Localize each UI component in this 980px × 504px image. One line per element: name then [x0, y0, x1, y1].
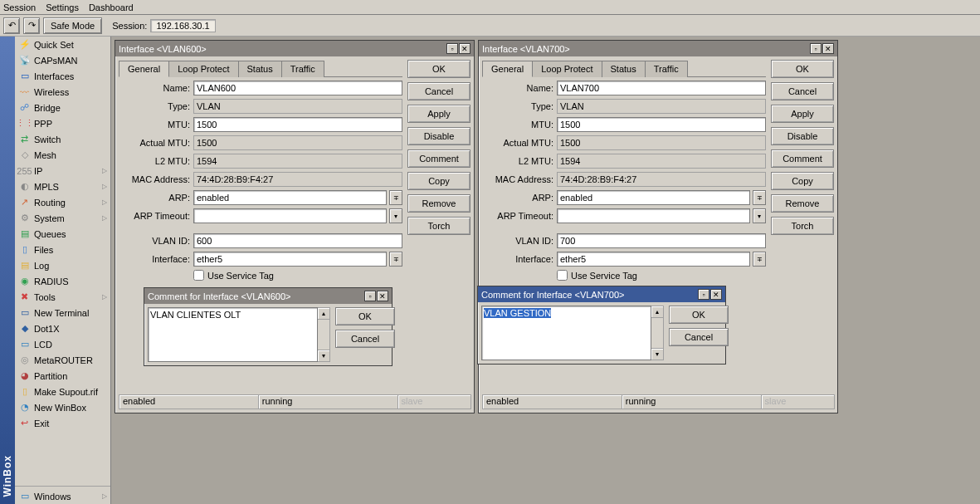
scrollbar[interactable]: ▴▾: [651, 306, 664, 360]
tab-loop-protect[interactable]: Loop Protect: [532, 61, 602, 77]
sidebar-item-new-winbox[interactable]: ◔New WinBox: [15, 399, 110, 415]
comment-button[interactable]: Comment: [407, 149, 470, 168]
comment-cancel-button[interactable]: Cancel: [669, 328, 729, 346]
titlebar-comment-vlan600[interactable]: Comment for Interface <VLAN600> ▫ ✕: [144, 288, 392, 304]
sidebar-item-wireless[interactable]: 〰Wireless: [15, 84, 110, 100]
sidebar-item-label: Mesh: [34, 150, 56, 160]
sidebar-item-exit[interactable]: ↩Exit: [15, 415, 110, 431]
input-name[interactable]: [557, 81, 766, 95]
checkbox-service-tag[interactable]: [557, 270, 568, 281]
dropdown-arp-icon[interactable]: ∓: [753, 190, 766, 205]
disable-button[interactable]: Disable: [771, 127, 834, 145]
sidebar-item-quick-set[interactable]: ⚡Quick Set: [15, 37, 110, 52]
remove-button[interactable]: Remove: [771, 194, 834, 213]
sidebar-item-bridge[interactable]: ☍Bridge: [15, 100, 110, 115]
comment-textarea[interactable]: VLAN CLIENTES OLT: [148, 307, 318, 362]
copy-button[interactable]: Copy: [771, 172, 834, 190]
close-icon[interactable]: ✕: [459, 43, 470, 54]
input-mtu[interactable]: [557, 117, 766, 132]
cancel-button[interactable]: Cancel: [771, 82, 834, 100]
sidebar-item-tools[interactable]: ✖Tools▷: [15, 289, 110, 305]
sidebar-item-queues[interactable]: ▤Queues: [15, 226, 110, 242]
comment-button[interactable]: Comment: [771, 149, 834, 168]
sidebar-item-interfaces[interactable]: ▭Interfaces: [15, 68, 110, 84]
tab-traffic[interactable]: Traffic: [281, 61, 324, 77]
titlebar-vlan700[interactable]: Interface <VLAN700> ▫ ✕: [479, 41, 837, 56]
sidebar-item-mesh[interactable]: ◇Mesh: [15, 147, 110, 163]
torch-button[interactable]: Torch: [407, 217, 470, 235]
dropdown-arpt-icon[interactable]: ▾: [753, 208, 766, 223]
torch-button[interactable]: Torch: [771, 217, 834, 235]
minimize-icon[interactable]: ▫: [446, 43, 458, 54]
input-arp-timeout[interactable]: [193, 208, 387, 223]
sidebar-item-partition[interactable]: ◕Partition: [15, 368, 110, 384]
comment-ok-button[interactable]: OK: [335, 307, 395, 325]
disable-button[interactable]: Disable: [407, 127, 470, 145]
cancel-button[interactable]: Cancel: [407, 82, 470, 100]
menu-settings[interactable]: Settings: [46, 2, 79, 12]
redo-button[interactable]: ↷: [23, 17, 40, 34]
sidebar-item-windows[interactable]: ▭Windows▷: [15, 488, 110, 504]
dropdown-arpt-icon[interactable]: ▾: [389, 208, 402, 223]
input-name[interactable]: [193, 81, 402, 95]
sidebar-item-new-terminal[interactable]: ▭New Terminal: [15, 305, 110, 321]
input-arp[interactable]: [557, 190, 750, 205]
minimize-icon[interactable]: ▫: [810, 43, 822, 54]
safe-mode-button[interactable]: Safe Mode: [43, 17, 102, 34]
input-vlan-id[interactable]: [557, 233, 766, 248]
remove-button[interactable]: Remove: [407, 194, 470, 213]
sidebar-item-switch[interactable]: ⇄Switch: [15, 131, 110, 147]
minimize-icon[interactable]: ▫: [364, 291, 376, 301]
titlebar-comment-vlan700[interactable]: Comment for Interface <VLAN700> ▫ ✕: [478, 286, 725, 302]
input-actual-mtu: [557, 135, 766, 150]
dropdown-iface-icon[interactable]: ∓: [389, 252, 402, 267]
sidebar-item-lcd[interactable]: ▭LCD: [15, 336, 110, 352]
sidebar-item-ip[interactable]: 255IP▷: [15, 163, 110, 179]
minimize-icon[interactable]: ▫: [698, 289, 709, 300]
dropdown-arp-icon[interactable]: ∓: [389, 190, 402, 205]
sidebar-item-system[interactable]: ⚙System▷: [15, 210, 110, 226]
label-type: Type:: [482, 101, 553, 111]
tab-status[interactable]: Status: [602, 61, 646, 77]
sidebar-item-make-supout-rif[interactable]: ▯Make Supout.rif: [15, 384, 110, 399]
sidebar-item-metarouter[interactable]: ◎MetaROUTER: [15, 352, 110, 368]
sidebar-item-log[interactable]: ▤Log: [15, 257, 110, 273]
sidebar-item-files[interactable]: ▯Files: [15, 242, 110, 257]
sidebar-item-ppp[interactable]: ⋮⋮PPP: [15, 115, 110, 131]
comment-textarea[interactable]: VLAN GESTION: [481, 306, 651, 360]
input-mtu[interactable]: [193, 117, 402, 132]
input-arp[interactable]: [193, 190, 387, 205]
sidebar-item-capsman[interactable]: 📡CAPsMAN: [15, 52, 110, 68]
ok-button[interactable]: OK: [407, 60, 470, 78]
input-interface[interactable]: [557, 252, 750, 267]
tab-loop-protect[interactable]: Loop Protect: [168, 61, 238, 77]
sidebar-item-mpls[interactable]: ◐MPLS▷: [15, 179, 110, 194]
copy-button[interactable]: Copy: [407, 172, 470, 190]
comment-ok-button[interactable]: OK: [669, 306, 729, 324]
checkbox-service-tag[interactable]: [193, 270, 204, 281]
sidebar-item-radius[interactable]: ◉RADIUS: [15, 273, 110, 289]
input-arp-timeout[interactable]: [557, 208, 750, 223]
tab-traffic[interactable]: Traffic: [645, 61, 688, 77]
apply-button[interactable]: Apply: [771, 105, 834, 123]
menu-session[interactable]: Session: [3, 2, 36, 12]
close-icon[interactable]: ✕: [822, 43, 834, 54]
titlebar-vlan600[interactable]: Interface <VLAN600> ▫ ✕: [115, 41, 474, 56]
ok-button[interactable]: OK: [771, 60, 834, 78]
input-vlan-id[interactable]: [193, 233, 402, 248]
sidebar-item-dot1x[interactable]: ◆Dot1X: [15, 321, 110, 336]
close-icon[interactable]: ✕: [710, 289, 722, 300]
sidebar-item-routing[interactable]: ↗Routing▷: [15, 194, 110, 210]
tab-general[interactable]: General: [482, 61, 533, 77]
input-interface[interactable]: [193, 252, 387, 267]
tab-status[interactable]: Status: [238, 61, 282, 77]
undo-button[interactable]: ↶: [3, 17, 20, 34]
menu-dashboard[interactable]: Dashboard: [89, 2, 134, 12]
dropdown-iface-icon[interactable]: ∓: [753, 252, 766, 267]
label-arp: ARP:: [482, 193, 553, 203]
comment-cancel-button[interactable]: Cancel: [335, 330, 395, 348]
close-icon[interactable]: ✕: [377, 291, 388, 301]
apply-button[interactable]: Apply: [407, 105, 470, 123]
scrollbar[interactable]: ▴▾: [318, 307, 330, 362]
tab-general[interactable]: General: [119, 61, 169, 77]
